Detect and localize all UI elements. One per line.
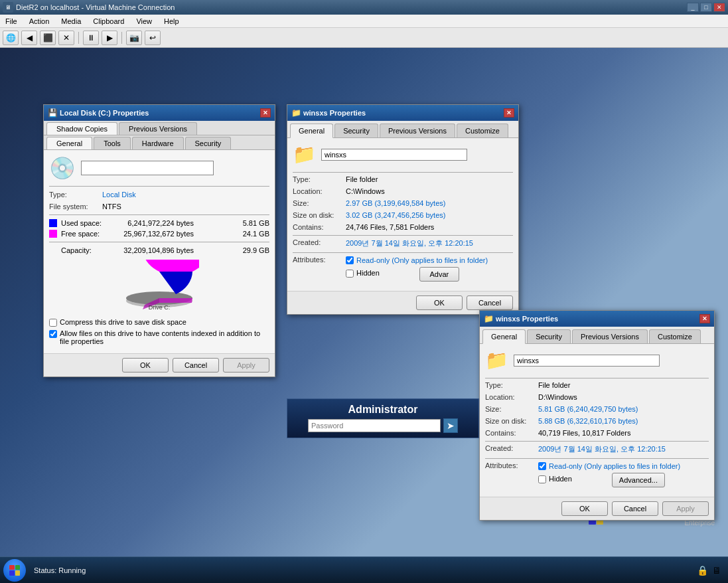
winsxs1-ok-btn[interactable]: OK [416,295,463,310]
winsxs2-tab-prev-versions[interactable]: Previous Versions [572,329,648,343]
free-bytes: 25,967,132,672 bytes [114,230,194,238]
taskbar-monitor-icon: 🖥 [711,564,723,576]
toolbar-stop-btn[interactable]: ⬛ [40,31,56,45]
toolbar-undo-btn[interactable]: ↩ [145,31,161,45]
winsxs2-apply-btn[interactable]: Apply [662,501,709,516]
divider2 [49,214,269,215]
winsxs1-tab-strip: General Security Previous Versions Custo… [287,121,518,138]
winsxs2-readonly-checkbox[interactable] [538,462,546,470]
vm-titlebar: 🖥 DietR2 on localhost - Virtual Machine … [0,0,728,15]
taskbar-right: 🔒 🖥 [691,564,728,576]
winsxs2-cancel-btn[interactable]: Cancel [612,501,658,516]
winsxs1-contains-value: 24,746 Files, 7,581 Folders [346,223,434,231]
toolbar-back-btn[interactable]: ◀ [21,31,37,45]
local-disk-close-btn[interactable]: ✕ [260,108,271,118]
winsxs2-tab-security[interactable]: Security [527,329,571,343]
winsxs1-type-label: Type: [293,175,346,183]
index-checkbox[interactable] [49,330,57,338]
free-space-row: Free space: 25,967,132,672 bytes 24.1 GB [49,230,269,238]
tab-security[interactable]: Security [185,137,232,149]
admin-go-btn[interactable]: ➤ [443,418,458,433]
winsxs1-tab-customize[interactable]: Customize [457,124,508,137]
menu-view[interactable]: View [133,16,155,27]
vm-icon: 🖥 [3,2,13,13]
winsxs1-attributes-label: Attributes: [293,256,346,264]
winsxs2-hidden-checkbox[interactable] [538,475,546,483]
menu-action[interactable]: Action [27,16,52,27]
winsxs2-hr2 [485,441,709,442]
winsxs2-type-label: Type: [485,381,538,389]
winsxs2-dialog-title: winsxs Properties [496,315,698,323]
tab-general[interactable]: General [46,137,92,149]
winsxs1-created-value: 2009년 7월 14일 화요일, 오후 12:20:15 [346,238,473,248]
winsxs2-name-input[interactable] [514,355,660,367]
menu-file[interactable]: File [3,16,20,27]
start-orb[interactable] [3,559,26,582]
drive-name-input[interactable] [81,161,214,175]
winsxs2-ok-btn[interactable]: OK [561,501,608,516]
compress-label: Compress this drive to save disk space [60,318,186,326]
winsxs2-hidden-row: Hidden [538,475,572,483]
winsxs2-contains-row: Contains: 40,719 Files, 10,817 Folders [485,429,709,437]
index-label: Allow files on this drive to have conten… [60,329,269,345]
vm-close-btn[interactable]: ✕ [713,3,725,12]
tab-tools[interactable]: Tools [94,137,131,149]
winsxs1-hidden-label: Hidden [356,269,380,277]
winsxs2-tab-general[interactable]: General [482,329,526,344]
winsxs1-hr3 [293,252,513,253]
tab-previous-versions-top[interactable]: Previous Versions [119,122,197,135]
winsxs1-location-row: Location: C:\Windows [293,187,513,195]
local-disk-ok-btn[interactable]: OK [122,358,169,373]
winsxs1-hidden-checkbox[interactable] [346,270,354,278]
toolbar-snapshot-btn[interactable]: 📷 [126,31,142,45]
toolbar-pause-btn[interactable]: ⏸ [83,31,99,45]
tab-hardware[interactable]: Hardware [132,137,184,149]
toolbar-play-btn[interactable]: ▶ [102,31,117,45]
winsxs2-close-btn[interactable]: ✕ [699,314,710,323]
free-label: Free space: [61,230,114,238]
capacity-bytes: 32,209,104,896 bytes [114,246,194,254]
winsxs2-size-value: 5.81 GB (6,240,429,750 bytes) [538,405,638,413]
winsxs1-size-disk-row: Size on disk: 3.02 GB (3,247,456,256 byt… [293,211,513,219]
capacity-label: Capacity: [61,246,114,254]
menu-clipboard[interactable]: Clipboard [90,16,127,27]
compress-checkbox[interactable] [49,319,57,327]
taskbar-left: Status: Running [0,559,691,582]
winsxs1-readonly-checkbox[interactable] [346,256,354,264]
winsxs2-title-icon: 📁 [484,314,493,323]
vm-minimize-btn[interactable]: _ [687,3,699,12]
winsxs2-attributes-row: Attributes: Read-only (Only applies to f… [485,461,709,487]
toolbar-close-btn[interactable]: ✕ [58,31,74,45]
winsxs1-close-btn[interactable]: ✕ [504,108,514,118]
winsxs1-cancel-btn[interactable]: Cancel [467,295,513,310]
winsxs1-type-value: File folder [346,175,378,183]
winsxs1-size-value: 2.97 GB (3,199,649,584 bytes) [346,199,445,207]
admin-password-input[interactable] [308,419,441,432]
winsxs1-dialog-title: winsxs Properties [303,109,502,117]
winsxs1-advanced-btn[interactable]: Advar [419,267,459,282]
winsxs1-tab-prev-versions[interactable]: Previous Versions [380,124,455,137]
winsxs2-tab-customize[interactable]: Customize [649,329,701,343]
toolbar-globe-btn[interactable]: 🌐 [3,31,19,45]
menu-media[interactable]: Media [58,16,84,27]
tab-shadow-copies[interactable]: Shadow Copies [46,122,117,135]
winsxs1-location-value: C:\Windows [346,187,385,195]
winsxs1-titlebar: 📁 winsxs Properties ✕ [287,105,518,121]
capacity-color-box [49,246,57,254]
winsxs1-name-input[interactable] [321,149,467,161]
winsxs2-advanced-btn[interactable]: Advanced... [612,473,665,487]
winsxs1-tab-security[interactable]: Security [334,124,378,137]
free-color-box [49,230,57,238]
vm-maximize-btn[interactable]: □ [700,3,712,12]
local-disk-cancel-btn[interactable]: Cancel [173,358,219,373]
winsxs-properties-dialog-1: 📁 winsxs Properties ✕ General Security P… [287,104,519,315]
capacity-gb: 29.9 GB [194,246,269,254]
menu-help[interactable]: Help [161,16,182,27]
local-disk-apply-btn[interactable]: Apply [223,358,269,373]
administrator-title: Administrator [348,404,418,416]
winsxs1-location-label: Location: [293,187,346,195]
winsxs1-hr1 [293,172,513,173]
taskbar-lock-icon: 🔒 [696,564,708,576]
winsxs1-tab-general[interactable]: General [290,124,333,138]
winsxs2-contains-label: Contains: [485,429,538,437]
